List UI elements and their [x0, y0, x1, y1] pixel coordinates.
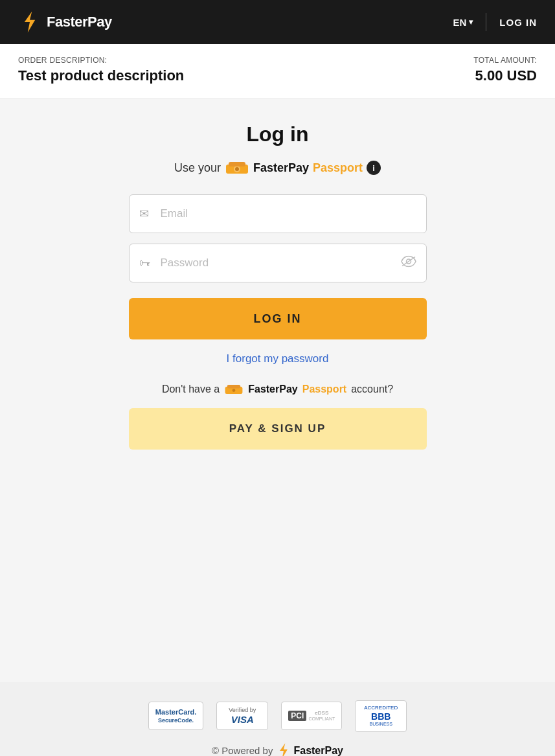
info-icon[interactable]: i	[367, 161, 381, 175]
header: FasterPay EN ▾ LOG IN	[0, 0, 555, 44]
language-selector[interactable]: EN ▾	[453, 17, 486, 28]
no-account-passport-icon	[224, 384, 244, 395]
order-desc-label: ORDER DESCRIPTION:	[18, 56, 184, 65]
order-desc-value: Test product description	[18, 67, 184, 84]
email-input[interactable]	[129, 194, 427, 233]
order-banner: ORDER DESCRIPTION: Test product descript…	[0, 44, 555, 99]
order-description: ORDER DESCRIPTION: Test product descript…	[18, 56, 184, 84]
bolt-icon	[18, 10, 41, 34]
mastercard-badge: MasterCard. SecureCode.	[148, 702, 204, 730]
no-account-passport: Passport	[302, 384, 346, 395]
svg-marker-0	[25, 12, 35, 33]
svg-rect-8	[227, 385, 241, 389]
login-form-container: Log in Use your FasterPay Passport i ✉	[116, 122, 440, 450]
forgot-password-link[interactable]: I forgot my password	[129, 352, 427, 365]
key-icon: 🗝	[139, 257, 151, 270]
svg-point-9	[232, 389, 236, 392]
order-amount-value: 5.00 USD	[473, 67, 537, 84]
footer: MasterCard. SecureCode. Verified by VISA…	[0, 682, 555, 756]
svg-point-4	[235, 167, 239, 171]
password-toggle-icon[interactable]	[401, 256, 416, 271]
passport-tagline: Use your FasterPay Passport i	[129, 161, 427, 175]
tagline-passport: Passport	[313, 161, 363, 175]
tagline-prefix: Use your	[174, 161, 221, 175]
trust-badges: MasterCard. SecureCode. Verified by VISA…	[0, 700, 555, 732]
header-login-button[interactable]: LOG IN	[499, 17, 537, 28]
bbb-badge: ACCREDITED BBB BUSINESS	[355, 700, 407, 732]
svg-rect-3	[229, 162, 245, 166]
no-account-prefix: Don't have a	[162, 384, 220, 395]
header-right: EN ▾ LOG IN	[453, 13, 537, 31]
header-divider	[486, 13, 486, 31]
main-content: Log in Use your FasterPay Passport i ✉	[0, 99, 555, 682]
powered-by: © Powered by FasterPay	[0, 742, 555, 756]
lang-label: EN	[453, 17, 466, 28]
no-account-row: Don't have a FasterPay Passport account?	[129, 384, 427, 395]
pci-badge: PCI eDSS COMPLIANT	[281, 702, 342, 730]
svg-marker-10	[280, 743, 288, 756]
order-amount-label: TOTAL AMOUNT:	[473, 56, 537, 65]
order-amount: TOTAL AMOUNT: 5.00 USD	[473, 56, 537, 84]
passport-icon	[225, 161, 249, 175]
password-input-group: 🗝	[129, 244, 427, 282]
email-input-group: ✉	[129, 194, 427, 233]
no-account-suffix: account?	[351, 384, 393, 395]
email-icon: ✉	[139, 207, 149, 221]
powered-by-text: © Powered by	[212, 745, 273, 756]
login-button[interactable]: LOG IN	[129, 298, 427, 339]
signup-button[interactable]: PAY & SIGN UP	[129, 408, 427, 450]
chevron-down-icon: ▾	[469, 17, 473, 27]
powered-logo: FasterPay	[277, 742, 343, 756]
tagline-brand: FasterPay	[253, 161, 309, 175]
logo-text: FasterPay	[47, 14, 112, 30]
form-title: Log in	[129, 122, 427, 146]
visa-badge: Verified by VISA	[216, 702, 268, 730]
password-input[interactable]	[129, 244, 427, 282]
powered-brand-text: FasterPay	[293, 745, 343, 756]
no-account-brand: FasterPay	[248, 384, 298, 395]
logo: FasterPay	[18, 10, 112, 34]
